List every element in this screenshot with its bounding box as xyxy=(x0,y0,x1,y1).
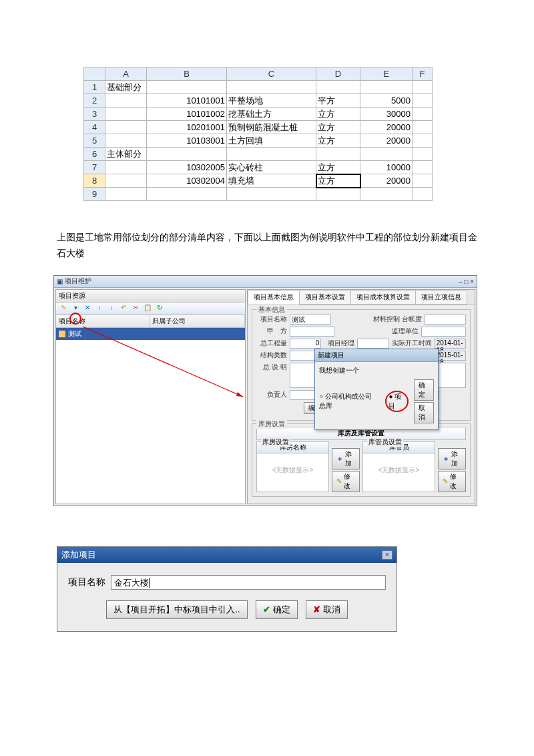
cell[interactable]: 平整场地 xyxy=(227,94,316,108)
cell[interactable]: 30000 xyxy=(360,108,413,121)
add-dlg-titlebar[interactable]: 添加项目 × xyxy=(57,547,396,563)
cell[interactable]: 立方 xyxy=(316,121,360,134)
tab-approval-info[interactable]: 项目立项信息 xyxy=(415,290,467,305)
close-icon[interactable]: × xyxy=(382,550,392,560)
cell[interactable] xyxy=(227,188,316,201)
cell[interactable] xyxy=(105,161,147,174)
input-supervisor[interactable] xyxy=(421,327,466,337)
row-header[interactable]: 5 xyxy=(84,134,105,148)
row-header[interactable]: 6 xyxy=(84,148,105,161)
cell[interactable]: 填充墙 xyxy=(227,174,316,188)
cell[interactable] xyxy=(360,148,413,161)
undo-icon[interactable]: ↶ xyxy=(119,304,128,313)
cell[interactable] xyxy=(413,108,433,121)
cell[interactable] xyxy=(316,148,360,161)
cell[interactable]: 立方 xyxy=(316,108,360,121)
cell[interactable] xyxy=(105,94,147,108)
tab-cost-budget[interactable]: 项目成本预算设置 xyxy=(350,290,416,305)
tab-basic-info[interactable]: 项目基本信息 xyxy=(248,290,300,305)
col-company[interactable]: 归属子公司 xyxy=(150,315,245,327)
row-header[interactable]: 1 xyxy=(84,81,105,94)
cell[interactable] xyxy=(360,188,413,201)
cell[interactable]: 10302004 xyxy=(147,174,227,188)
col-header[interactable]: B xyxy=(147,67,227,81)
row-header[interactable]: 3 xyxy=(84,108,105,121)
new-icon[interactable]: ✎ xyxy=(59,304,68,313)
cell[interactable] xyxy=(105,134,147,148)
titlebar[interactable]: ▣ 项目维护 – □ × xyxy=(54,276,477,288)
col-header[interactable]: A xyxy=(105,67,147,81)
cell[interactable] xyxy=(147,81,227,94)
dlg-title[interactable]: 新建项目 xyxy=(315,349,438,362)
selected-cell[interactable]: 立方 xyxy=(316,174,360,188)
input-material-ctrl[interactable] xyxy=(425,315,466,325)
cell[interactable] xyxy=(227,148,316,161)
cell[interactable] xyxy=(316,81,360,94)
cell[interactable] xyxy=(147,148,227,161)
cell[interactable]: 10101001 xyxy=(147,94,227,108)
cell[interactable] xyxy=(413,121,433,134)
mgr-edit-button[interactable]: ✎修改 xyxy=(438,471,466,492)
cancel-button[interactable]: ✘取消 xyxy=(306,600,348,619)
cell[interactable] xyxy=(413,94,433,108)
refresh-icon[interactable]: ↻ xyxy=(155,304,164,313)
radio-company[interactable]: ○ 公司机构或公司总库 xyxy=(319,392,376,411)
tab-basic-settings[interactable]: 项目基本设置 xyxy=(299,290,351,305)
cell[interactable] xyxy=(105,174,147,188)
cell[interactable] xyxy=(413,174,433,188)
row-header[interactable]: 8 xyxy=(84,174,105,188)
delete-icon[interactable]: ✕ xyxy=(83,304,92,313)
close-icon[interactable]: × xyxy=(470,278,474,285)
col-header[interactable]: D xyxy=(316,67,360,81)
cell[interactable]: 10103001 xyxy=(147,134,227,148)
cell[interactable]: 20000 xyxy=(360,134,413,148)
col-project-name[interactable]: 项目名称 xyxy=(56,315,150,327)
cell[interactable]: 10101002 xyxy=(147,108,227,121)
col-header[interactable]: F xyxy=(413,67,433,81)
input-project-name[interactable]: 金石大楼 xyxy=(111,575,386,590)
cell[interactable] xyxy=(105,188,147,201)
row-header[interactable]: 9 xyxy=(84,188,105,201)
input-project-name[interactable]: 测试 xyxy=(290,315,331,325)
wh-edit-button[interactable]: ✎修改 xyxy=(332,471,360,492)
cell[interactable]: 基础部分 xyxy=(105,81,147,94)
col-header[interactable]: C xyxy=(227,67,316,81)
cell[interactable] xyxy=(316,188,360,201)
row-header[interactable]: 4 xyxy=(84,121,105,134)
maximize-icon[interactable]: □ xyxy=(464,278,468,285)
dlg-ok-button[interactable]: 确定 xyxy=(414,379,434,401)
wh-add-button[interactable]: ＋添加 xyxy=(332,448,360,469)
dlg-cancel-button[interactable]: 取消 xyxy=(414,402,434,423)
cell[interactable]: 10000 xyxy=(360,161,413,174)
cell[interactable]: 挖基础土方 xyxy=(227,108,316,121)
input-start[interactable]: 2014-01-18 xyxy=(435,339,466,349)
dropdown-icon[interactable]: ▾ xyxy=(71,304,80,313)
cell[interactable]: 10201001 xyxy=(147,121,227,134)
cell[interactable]: 平方 xyxy=(316,94,360,108)
corner-cell[interactable] xyxy=(84,67,105,81)
paste-icon[interactable]: 📋 xyxy=(143,304,152,313)
cell[interactable]: 立方 xyxy=(316,161,360,174)
mgr-add-button[interactable]: ＋添加 xyxy=(438,448,466,469)
cell[interactable]: 20000 xyxy=(360,174,413,188)
input-end[interactable]: 2015-01-18 xyxy=(435,351,466,361)
cell[interactable]: 10302005 xyxy=(147,161,227,174)
cell[interactable] xyxy=(413,161,433,174)
cut-icon[interactable]: ✂ xyxy=(131,304,140,313)
minimize-icon[interactable]: – xyxy=(459,278,463,285)
input-jia[interactable] xyxy=(290,327,334,337)
cell[interactable]: 土方回填 xyxy=(227,134,316,148)
row-header[interactable]: 2 xyxy=(84,94,105,108)
cell[interactable]: 预制钢筋混凝土桩 xyxy=(227,121,316,134)
cell[interactable] xyxy=(147,188,227,201)
input-pm[interactable] xyxy=(357,339,388,349)
cell[interactable] xyxy=(360,81,413,94)
cell[interactable]: 实心砖柱 xyxy=(227,161,316,174)
cell[interactable]: 5000 xyxy=(360,94,413,108)
import-button[interactable]: 从【项目开拓】中标项目中引入.. xyxy=(106,600,247,619)
tree-row-selected[interactable]: 测试 xyxy=(56,328,245,340)
cell[interactable] xyxy=(227,81,316,94)
cell[interactable] xyxy=(413,148,433,161)
cell[interactable] xyxy=(105,108,147,121)
cell[interactable] xyxy=(413,81,433,94)
